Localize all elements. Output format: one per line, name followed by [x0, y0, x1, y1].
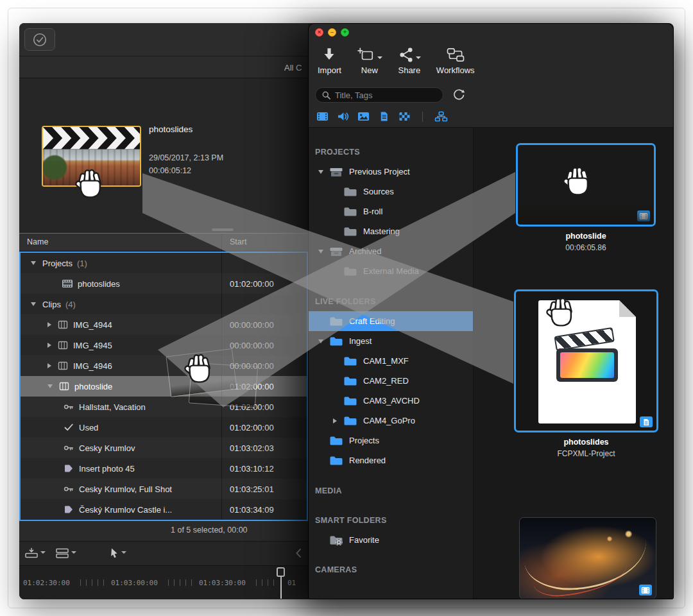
image-filter-icon[interactable] — [357, 111, 370, 122]
collapse-pane-button[interactable] — [295, 548, 302, 561]
ruler-ticks — [256, 579, 274, 586]
toolbar-divider — [422, 112, 423, 122]
disclosure-triangle[interactable] — [47, 363, 51, 368]
minimize-button[interactable]: – — [328, 28, 336, 37]
column-name[interactable]: Name — [27, 237, 48, 246]
sidebar-item-cam4-gopro[interactable]: CAM4_GoPro — [309, 411, 473, 431]
sidebar-item-sources[interactable]: Sources — [309, 182, 473, 201]
playhead-handle[interactable] — [277, 567, 285, 577]
table-row[interactable]: Hallstatt, Vacation 01:02:00:00 — [21, 397, 307, 417]
sidebar-item-label: Rendered — [349, 456, 386, 465]
clip-ready-button[interactable] — [24, 28, 55, 51]
disclosure-triangle[interactable] — [31, 261, 36, 265]
hierarchy-view-icon[interactable] — [434, 111, 448, 122]
document-page — [538, 300, 636, 424]
zoom-button[interactable]: + — [341, 28, 349, 37]
import-icon — [320, 46, 338, 63]
sidebar-item-cam1-mxf[interactable]: CAM1_MXF — [309, 351, 473, 371]
column-start[interactable]: Start — [230, 237, 246, 246]
disclosure-triangle[interactable] — [47, 322, 51, 327]
table-row[interactable]: Clips (4) — [21, 294, 307, 314]
folder-blue-icon — [343, 355, 357, 367]
workflows-button[interactable]: Workflows — [436, 40, 475, 75]
sidebar-item-b-roll[interactable]: B-roll — [309, 201, 473, 221]
table-row[interactable]: photoslides 01:02:00:00 — [21, 273, 307, 294]
clip-list: Projects (1) photoslides 01:02:00:00 Cli… — [19, 252, 308, 521]
append-clip-button[interactable] — [24, 547, 46, 559]
sidebar: PROJECTS Previous Project Sources B-roll… — [309, 128, 474, 599]
sidebar-item-label: B-roll — [363, 207, 382, 216]
table-row[interactable]: IMG_4944 00:00:00:00 — [21, 314, 307, 335]
thumbnail-fcpxml-project[interactable]: photoslides FCPXML-Project — [514, 289, 658, 458]
thumbnail-night-clip[interactable] — [519, 517, 656, 599]
table-row[interactable]: Cesky Krumlov, Full Shot 01:03:25:01 — [21, 479, 307, 499]
timecode-label: 01:02:30:00 — [23, 579, 70, 587]
sidebar-item-cam3-avchd[interactable]: CAM3_AVCHD — [309, 391, 473, 411]
sidebar-item-rendered[interactable]: Rendered — [309, 450, 473, 470]
sidebar-item-projects-folder[interactable]: Projects — [309, 431, 473, 450]
pane-splitter[interactable] — [19, 226, 308, 233]
document-filter-icon[interactable] — [378, 111, 390, 122]
table-row[interactable]: Insert photo 45 01:03:10:12 — [21, 458, 307, 479]
playhead[interactable] — [277, 567, 285, 599]
table-row[interactable]: IMG_4945 00:00:00:00 — [21, 335, 307, 355]
table-row-selected[interactable]: photoslide 01:02:00:00 — [21, 376, 307, 397]
chevron-down-icon[interactable] — [40, 551, 46, 556]
search-icon — [321, 90, 331, 100]
disclosure-triangle[interactable] — [31, 302, 36, 306]
chevron-down-icon[interactable] — [71, 551, 76, 556]
overwrite-clip-button[interactable] — [55, 547, 76, 559]
sidebar-item-craft-editing[interactable]: Craft Editing — [309, 311, 473, 331]
import-button[interactable]: Import — [318, 40, 341, 75]
thumbnail-image[interactable] — [514, 289, 658, 432]
row-start: 01:03:34:09 — [230, 505, 274, 515]
sidebar-item-ingest[interactable]: Ingest — [309, 331, 473, 351]
search-input[interactable] — [335, 90, 437, 100]
sidebar-item-favorite[interactable]: Favorite — [309, 530, 473, 550]
disclosure-triangle[interactable] — [318, 250, 323, 253]
splitter-grip[interactable] — [212, 228, 234, 231]
sidebar-item-mastering[interactable]: Mastering — [309, 221, 473, 241]
sidebar-item-archived[interactable]: Archived — [309, 241, 473, 261]
disclosure-triangle[interactable] — [47, 343, 51, 348]
table-row[interactable]: Český Krumlov Castle i... 01:03:34:09 — [21, 499, 307, 520]
arrow-tool-button[interactable] — [109, 547, 126, 559]
search-field[interactable] — [315, 87, 443, 103]
table-row[interactable]: IMG_4946 00:00:00:00 — [21, 355, 307, 376]
folder-icon — [343, 226, 357, 237]
audio-filter-icon[interactable] — [337, 111, 349, 122]
thumbnail-image[interactable] — [516, 143, 656, 227]
row-label: Cesky Krumlov — [79, 443, 135, 453]
sidebar-item-label: Previous Project — [349, 167, 410, 176]
sidebar-item-external-media[interactable]: External Media — [309, 261, 473, 281]
video-filter-icon[interactable] — [316, 111, 329, 122]
share-button[interactable]: Share — [398, 40, 421, 75]
table-row[interactable]: Projects (1) — [21, 253, 307, 273]
timeline-ruler[interactable]: 01:02:30:00 01:03:00:00 01:03:30:00 01 — [19, 566, 308, 599]
row-count: (4) — [65, 300, 76, 309]
close-button[interactable]: × — [315, 28, 323, 37]
folder-blue-icon — [329, 435, 343, 447]
selected-clip-thumbnail[interactable] — [42, 126, 141, 187]
row-label: IMG_4946 — [73, 361, 112, 371]
table-row[interactable]: Cesky Krumlov 01:03:02:03 — [21, 438, 307, 458]
sidebar-item-cam2-red[interactable]: CAM2_RED — [309, 371, 473, 391]
folder-icon — [343, 186, 357, 198]
new-button[interactable]: New — [357, 40, 382, 75]
keying-filter-icon[interactable] — [398, 111, 411, 122]
sidebar-item-previous-project[interactable]: Previous Project — [309, 162, 473, 182]
disclosure-triangle[interactable] — [47, 384, 53, 388]
table-row[interactable]: Used 01:02:00:00 — [21, 417, 307, 438]
all-clips-dropdown[interactable]: All C — [284, 56, 308, 78]
disclosure-triangle[interactable] — [333, 418, 337, 424]
disclosure-triangle[interactable] — [318, 170, 323, 174]
thumbnail-photoslide[interactable]: photoslide 00:06:05.86 — [516, 143, 656, 252]
status-bar: 1 of 5 selected, 00:00 — [19, 521, 308, 542]
column-divider[interactable] — [221, 234, 222, 252]
refresh-icon[interactable] — [452, 89, 465, 101]
thumbnail-image[interactable] — [519, 517, 656, 599]
window-titlebar[interactable]: × – + — [309, 24, 673, 40]
disclosure-triangle[interactable] — [318, 339, 323, 343]
fcpx-browser-pane: All C — [19, 23, 308, 599]
chevron-down-icon[interactable] — [121, 551, 126, 556]
